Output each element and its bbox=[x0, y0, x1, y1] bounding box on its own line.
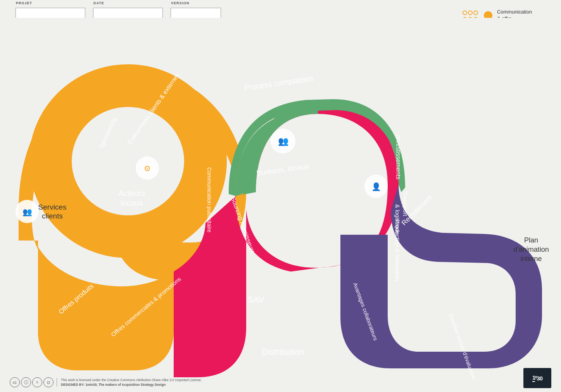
red-person-icon: 👤 bbox=[371, 182, 381, 191]
footer: cc ⓘ = ⊡ This work is licensed under the… bbox=[10, 377, 202, 387]
production-fabrication-label: Production & fabrication bbox=[394, 219, 401, 281]
main-diagram: Process comptables Investissements Burea… bbox=[0, 0, 561, 392]
footer-icons: cc ⓘ = ⊡ bbox=[10, 377, 54, 387]
services-clients-label: Services bbox=[38, 203, 67, 211]
plan-animation-label: Plan bbox=[524, 236, 538, 244]
logo-1min30: 1ᴱ30 bbox=[523, 368, 551, 388]
sav-label: SAV bbox=[248, 295, 264, 304]
plan-animation-label3: interne bbox=[520, 255, 542, 263]
designed-by: DESIGNED BY: 1min30, The makers of Acqui… bbox=[61, 383, 202, 387]
cc-icon: cc bbox=[10, 377, 20, 387]
by-icon: ⓘ bbox=[21, 377, 31, 387]
orange-prod-icon: ⚙ bbox=[144, 164, 151, 173]
comm-pub-label: Communication publicitaire bbox=[206, 167, 212, 232]
services-clients-label2: clients bbox=[42, 212, 63, 220]
distribution-label: Distribution bbox=[262, 347, 304, 357]
eq-icon: = bbox=[32, 377, 42, 387]
acteurs-locaux-label2: locaux bbox=[121, 199, 143, 207]
transport-label: Transport bbox=[402, 191, 409, 216]
plan-animation-label2: d'animation bbox=[513, 246, 549, 253]
investissements-label: Investissements bbox=[395, 135, 402, 180]
green-people-icon: 👥 bbox=[278, 136, 289, 146]
license-text: This work is licensed under the Creative… bbox=[61, 378, 202, 382]
orange-people-icon: 👥 bbox=[22, 207, 32, 217]
footer-text-block: This work is licensed under the Creative… bbox=[57, 378, 202, 387]
sa-icon: ⊡ bbox=[43, 377, 54, 387]
acteurs-locaux-label: Acteurs bbox=[119, 189, 145, 198]
